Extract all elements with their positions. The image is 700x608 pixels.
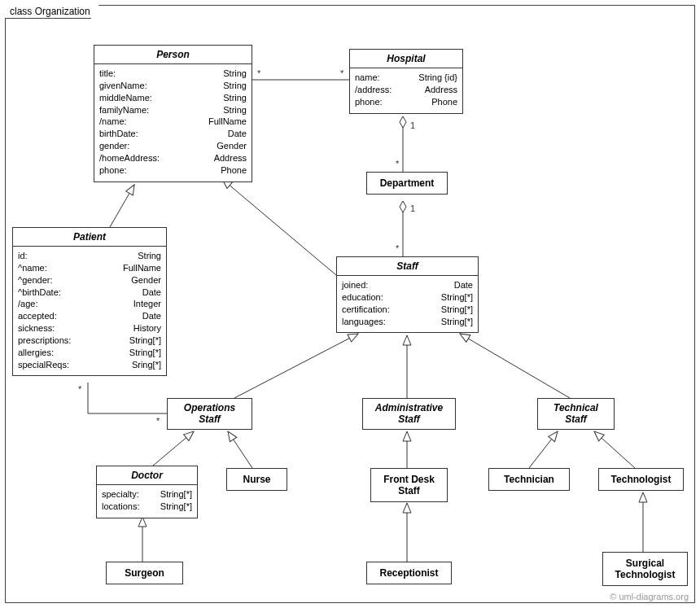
attr-row: sickness:History	[18, 322, 161, 335]
class-title: Hospital	[350, 50, 462, 68]
class-attrs: id:String ^name:FullName ^gender:Gender …	[13, 247, 166, 375]
class-title: Front DeskStaff	[371, 469, 447, 501]
class-title: Department	[367, 173, 447, 194]
class-operations-staff: OperationsStaff	[167, 398, 252, 430]
class-title: Person	[94, 46, 252, 64]
attr-row: name:String {id}	[355, 72, 457, 84]
class-department: Department	[366, 172, 448, 195]
class-technician: Technician	[488, 468, 570, 491]
multiplicity-label: *	[340, 68, 343, 78]
class-title: AdministrativeStaff	[363, 399, 455, 429]
class-title: Staff	[337, 257, 478, 276]
class-staff: Staff joined:Date education:String[*] ce…	[336, 256, 479, 333]
attr-row: certification:String[*]	[342, 304, 473, 316]
attr-row: accepted:Date	[18, 310, 161, 322]
attr-row: ^name:FullName	[18, 262, 161, 274]
class-attrs: joined:Date education:String[*] certific…	[337, 276, 478, 332]
multiplicity-label: *	[396, 243, 399, 253]
attr-row: specialReqs:Sring[*]	[18, 359, 161, 371]
attr-row: middleName:String	[99, 92, 247, 104]
frame-title: class Organization	[5, 5, 99, 19]
class-attrs: name:String {id} /address:Address phone:…	[350, 68, 462, 113]
attr-row: joined:Date	[342, 279, 473, 291]
multiplicity-label: *	[257, 68, 260, 78]
attr-row: /address:Address	[355, 84, 457, 96]
attr-row: familyName:String	[99, 104, 247, 116]
watermark: © uml-diagrams.org	[610, 592, 689, 601]
multiplicity-label: 1	[410, 203, 415, 213]
attr-row: phone:Phone	[355, 96, 457, 108]
attr-row: allergies:String[*]	[18, 347, 161, 359]
attr-row: givenName:String	[99, 80, 247, 92]
class-title: Technician	[489, 469, 569, 490]
class-title: SurgicalTechnologist	[603, 553, 687, 585]
class-title: Doctor	[97, 466, 197, 485]
multiplicity-label: *	[156, 416, 160, 426]
class-technical-staff: TechnicalStaff	[537, 398, 615, 430]
attr-row: gender:Gender	[99, 140, 247, 152]
class-title: Nurse	[227, 469, 287, 490]
class-hospital: Hospital name:String {id} /address:Addre…	[349, 49, 463, 114]
class-title: Surgeon	[107, 562, 182, 584]
class-attrs: title:String givenName:String middleName…	[94, 64, 252, 182]
attr-row: title:String	[99, 68, 247, 80]
attr-row: prescriptions:String[*]	[18, 335, 161, 347]
attr-row: phone:Phone	[99, 164, 247, 177]
class-title: Receptionist	[367, 562, 451, 584]
attr-row: languages:String[*]	[342, 316, 473, 328]
class-surgeon: Surgeon	[106, 562, 183, 584]
multiplicity-label: 1	[410, 120, 415, 130]
multiplicity-label: *	[78, 384, 81, 394]
attr-row: id:String	[18, 250, 161, 262]
attr-row: /homeAddress:Address	[99, 152, 247, 164]
class-person: Person title:String givenName:String mid…	[94, 45, 252, 182]
multiplicity-label: *	[396, 159, 399, 168]
attr-row: locations:String[*]	[102, 501, 192, 513]
attr-row: ^birthDate:Date	[18, 287, 161, 299]
class-front-desk-staff: Front DeskStaff	[370, 468, 448, 502]
attr-row: specialty:String[*]	[102, 488, 192, 501]
class-technologist: Technologist	[598, 468, 684, 491]
class-title: OperationsStaff	[168, 399, 252, 429]
attr-row: education:String[*]	[342, 291, 473, 304]
class-nurse: Nurse	[226, 468, 287, 491]
attr-row: /name:FullName	[99, 116, 247, 128]
class-title: Patient	[13, 228, 166, 247]
class-surgical-technologist: SurgicalTechnologist	[602, 552, 688, 586]
class-patient: Patient id:String ^name:FullName ^gender…	[12, 227, 167, 376]
uml-diagram-canvas: class Organization	[0, 0, 700, 608]
attr-row: birthDate:Date	[99, 128, 247, 140]
class-title: TechnicalStaff	[538, 399, 614, 429]
class-administrative-staff: AdministrativeStaff	[362, 398, 456, 430]
class-attrs: specialty:String[*] locations:String[*]	[97, 485, 197, 518]
class-receptionist: Receptionist	[366, 562, 452, 584]
attr-row: ^gender:Gender	[18, 274, 161, 287]
class-doctor: Doctor specialty:String[*] locations:Str…	[96, 466, 198, 518]
class-title: Technologist	[599, 469, 683, 490]
attr-row: /age:Integer	[18, 298, 161, 310]
